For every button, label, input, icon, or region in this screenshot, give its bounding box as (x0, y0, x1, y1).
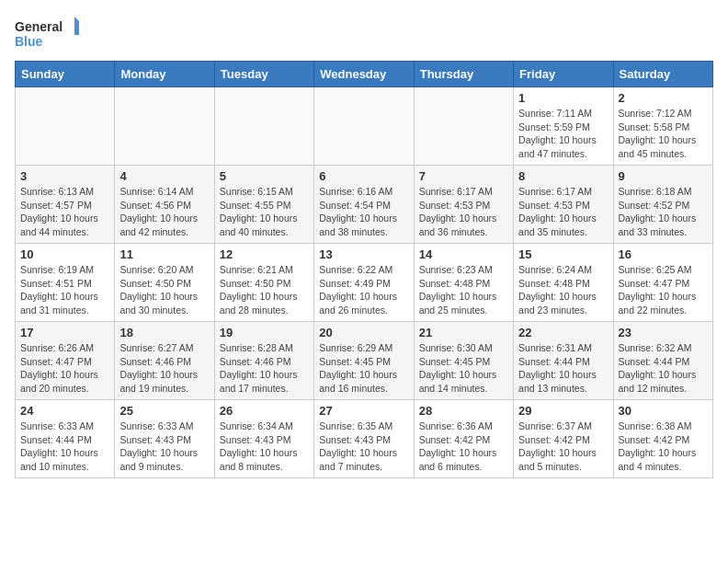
calendar-cell: 11Sunrise: 6:20 AM Sunset: 4:50 PM Dayli… (115, 244, 214, 322)
calendar-cell: 22Sunrise: 6:31 AM Sunset: 4:44 PM Dayli… (514, 322, 613, 400)
calendar-cell: 23Sunrise: 6:32 AM Sunset: 4:44 PM Dayli… (613, 322, 712, 400)
day-number: 15 (518, 247, 608, 261)
calendar-table: SundayMondayTuesdayWednesdayThursdayFrid… (15, 61, 713, 478)
day-info: Sunrise: 6:30 AM Sunset: 4:45 PM Dayligh… (419, 341, 508, 396)
calendar-cell: 7Sunrise: 6:17 AM Sunset: 4:53 PM Daylig… (414, 166, 513, 244)
page-header: GeneralBlue (15, 15, 713, 52)
day-number: 26 (220, 404, 309, 418)
day-info: Sunrise: 6:38 AM Sunset: 4:42 PM Dayligh… (619, 419, 708, 474)
day-info: Sunrise: 6:28 AM Sunset: 4:46 PM Dayligh… (220, 341, 309, 396)
calendar-cell: 21Sunrise: 6:30 AM Sunset: 4:45 PM Dayli… (414, 322, 513, 400)
weekday-header-tuesday: Tuesday (214, 62, 313, 87)
calendar-cell (16, 87, 115, 166)
calendar-cell: 29Sunrise: 6:37 AM Sunset: 4:42 PM Dayli… (514, 400, 613, 478)
day-info: Sunrise: 6:17 AM Sunset: 4:53 PM Dayligh… (419, 185, 508, 239)
calendar-cell: 2Sunrise: 7:12 AM Sunset: 5:58 PM Daylig… (613, 87, 712, 166)
day-number: 6 (319, 169, 408, 183)
weekday-header-monday: Monday (115, 62, 214, 87)
day-info: Sunrise: 7:11 AM Sunset: 5:59 PM Dayligh… (518, 107, 608, 161)
week-row-5: 24Sunrise: 6:33 AM Sunset: 4:44 PM Dayli… (16, 400, 713, 478)
day-number: 1 (518, 91, 608, 105)
calendar-cell: 14Sunrise: 6:23 AM Sunset: 4:48 PM Dayli… (414, 244, 513, 322)
weekday-header-thursday: Thursday (414, 62, 513, 87)
day-info: Sunrise: 6:18 AM Sunset: 4:52 PM Dayligh… (619, 185, 708, 239)
day-info: Sunrise: 6:15 AM Sunset: 4:55 PM Dayligh… (220, 185, 309, 239)
day-number: 10 (20, 247, 109, 261)
day-number: 12 (220, 247, 309, 261)
day-info: Sunrise: 6:17 AM Sunset: 4:53 PM Dayligh… (518, 185, 608, 239)
calendar-cell: 3Sunrise: 6:13 AM Sunset: 4:57 PM Daylig… (16, 166, 115, 244)
calendar-cell: 4Sunrise: 6:14 AM Sunset: 4:56 PM Daylig… (115, 166, 214, 244)
day-info: Sunrise: 6:33 AM Sunset: 4:44 PM Dayligh… (20, 419, 109, 474)
week-row-2: 3Sunrise: 6:13 AM Sunset: 4:57 PM Daylig… (16, 166, 713, 244)
day-info: Sunrise: 6:23 AM Sunset: 4:48 PM Dayligh… (419, 263, 508, 317)
day-number: 3 (20, 169, 109, 183)
day-number: 20 (319, 326, 408, 339)
day-info: Sunrise: 6:29 AM Sunset: 4:45 PM Dayligh… (319, 341, 408, 396)
calendar-cell: 6Sunrise: 6:16 AM Sunset: 4:54 PM Daylig… (314, 166, 414, 244)
day-number: 18 (119, 326, 209, 339)
day-number: 13 (319, 247, 408, 261)
day-info: Sunrise: 6:35 AM Sunset: 4:43 PM Dayligh… (319, 419, 408, 474)
calendar-cell: 20Sunrise: 6:29 AM Sunset: 4:45 PM Dayli… (314, 322, 414, 400)
day-info: Sunrise: 6:22 AM Sunset: 4:49 PM Dayligh… (319, 263, 408, 317)
day-info: Sunrise: 6:36 AM Sunset: 4:42 PM Dayligh… (419, 419, 508, 474)
day-number: 28 (419, 404, 508, 418)
calendar-cell: 28Sunrise: 6:36 AM Sunset: 4:42 PM Dayli… (414, 400, 513, 478)
calendar-cell: 24Sunrise: 6:33 AM Sunset: 4:44 PM Dayli… (16, 400, 115, 478)
weekday-header-friday: Friday (514, 62, 613, 87)
calendar-cell: 15Sunrise: 6:24 AM Sunset: 4:48 PM Dayli… (514, 244, 613, 322)
day-number: 19 (220, 326, 309, 339)
calendar-cell: 25Sunrise: 6:33 AM Sunset: 4:43 PM Dayli… (115, 400, 214, 478)
calendar-cell (214, 87, 313, 166)
calendar-cell (414, 87, 513, 166)
calendar-cell: 16Sunrise: 6:25 AM Sunset: 4:47 PM Dayli… (613, 244, 712, 322)
calendar-cell: 30Sunrise: 6:38 AM Sunset: 4:42 PM Dayli… (613, 400, 712, 478)
calendar-cell: 18Sunrise: 6:27 AM Sunset: 4:46 PM Dayli… (115, 322, 214, 400)
day-number: 27 (319, 404, 408, 418)
week-row-1: 1Sunrise: 7:11 AM Sunset: 5:59 PM Daylig… (16, 87, 713, 166)
day-number: 17 (20, 326, 109, 339)
day-info: Sunrise: 7:12 AM Sunset: 5:58 PM Dayligh… (619, 107, 708, 161)
calendar-cell: 5Sunrise: 6:15 AM Sunset: 4:55 PM Daylig… (214, 166, 313, 244)
calendar-cell: 12Sunrise: 6:21 AM Sunset: 4:50 PM Dayli… (214, 244, 313, 322)
day-number: 23 (619, 326, 708, 339)
day-number: 22 (518, 326, 608, 339)
calendar-cell: 8Sunrise: 6:17 AM Sunset: 4:53 PM Daylig… (514, 166, 613, 244)
day-info: Sunrise: 6:33 AM Sunset: 4:43 PM Dayligh… (119, 419, 209, 474)
day-info: Sunrise: 6:26 AM Sunset: 4:47 PM Dayligh… (20, 341, 109, 396)
day-number: 11 (119, 247, 209, 261)
weekday-header-sunday: Sunday (16, 62, 115, 87)
logo-icon: GeneralBlue (15, 15, 88, 52)
calendar-cell: 19Sunrise: 6:28 AM Sunset: 4:46 PM Dayli… (214, 322, 313, 400)
day-info: Sunrise: 6:34 AM Sunset: 4:43 PM Dayligh… (220, 419, 309, 474)
calendar-cell: 26Sunrise: 6:34 AM Sunset: 4:43 PM Dayli… (214, 400, 313, 478)
day-number: 16 (619, 247, 708, 261)
day-number: 25 (119, 404, 209, 418)
calendar-cell: 9Sunrise: 6:18 AM Sunset: 4:52 PM Daylig… (613, 166, 712, 244)
day-number: 30 (619, 404, 708, 418)
calendar-cell (115, 87, 214, 166)
day-info: Sunrise: 6:25 AM Sunset: 4:47 PM Dayligh… (619, 263, 708, 317)
day-number: 9 (619, 169, 708, 183)
week-row-3: 10Sunrise: 6:19 AM Sunset: 4:51 PM Dayli… (16, 244, 713, 322)
day-number: 24 (20, 404, 109, 418)
day-info: Sunrise: 6:16 AM Sunset: 4:54 PM Dayligh… (319, 185, 408, 239)
day-info: Sunrise: 6:31 AM Sunset: 4:44 PM Dayligh… (518, 341, 608, 396)
day-info: Sunrise: 6:14 AM Sunset: 4:56 PM Dayligh… (119, 185, 209, 239)
svg-text:General: General (15, 19, 63, 34)
day-number: 4 (119, 169, 209, 183)
day-info: Sunrise: 6:21 AM Sunset: 4:50 PM Dayligh… (220, 263, 309, 317)
day-info: Sunrise: 6:13 AM Sunset: 4:57 PM Dayligh… (20, 185, 109, 239)
day-number: 2 (619, 91, 708, 105)
weekday-header-saturday: Saturday (613, 62, 712, 87)
day-number: 29 (518, 404, 608, 418)
day-info: Sunrise: 6:24 AM Sunset: 4:48 PM Dayligh… (518, 263, 608, 317)
calendar-cell: 1Sunrise: 7:11 AM Sunset: 5:59 PM Daylig… (514, 87, 613, 166)
logo: GeneralBlue (15, 15, 88, 52)
svg-marker-2 (74, 17, 84, 35)
day-info: Sunrise: 6:32 AM Sunset: 4:44 PM Dayligh… (619, 341, 708, 396)
calendar-cell (314, 87, 414, 166)
day-number: 8 (518, 169, 608, 183)
day-number: 7 (419, 169, 508, 183)
